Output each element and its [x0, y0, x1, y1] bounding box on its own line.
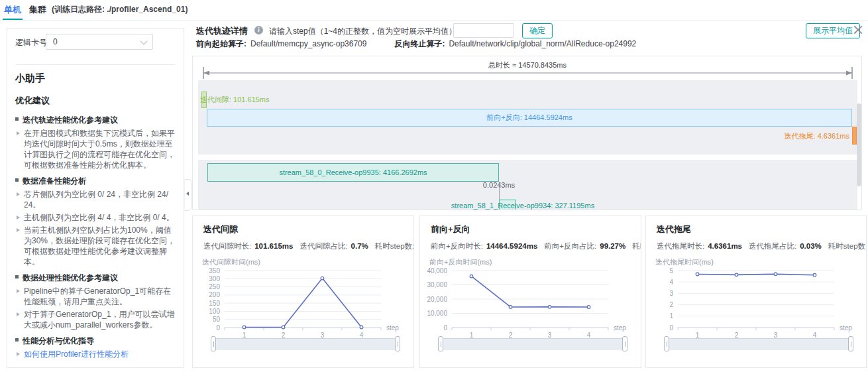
- timeline-scrollbar[interactable]: [857, 57, 861, 209]
- panel-stats: 迭代间隙时长:101.615ms 迭代间隙占比:0.7% 耗时step数:4: [203, 241, 414, 251]
- panel-title: 迭代拖尾: [657, 223, 691, 235]
- section-title-iteration: 迭代轨迹性能优化参考建议: [15, 115, 178, 126]
- section-title-data-process: 数据处理性能优化参考建议: [15, 273, 178, 284]
- iteration-timeline-panel: 总时长 ≈ 14570.8435ms 迭代间隙: 101.615ms 前向+反向…: [192, 56, 862, 210]
- svg-text:0: 0: [669, 324, 673, 332]
- connector-line: [499, 182, 500, 200]
- suggestions-body: 迭代轨迹性能优化参考建议 在开启图模式和数据集下沉模式后，如果平均迭代间隙时间大…: [15, 109, 178, 361]
- suggestion-item: 芯片侧队列为空比例 0/ 24，非空比例 24/ 24。: [15, 189, 178, 210]
- zoom-handle-left[interactable]: [438, 336, 443, 351]
- suggestion-item: Pipeline中的算子GeneratorOp_1可能存在性能瓶颈，请用户重点关…: [15, 286, 178, 307]
- panel-stats: 前向+反向时长:14464.5924ms 前向+反向占比:99.27% 耗时st…: [431, 241, 641, 251]
- divider: [15, 64, 176, 65]
- iteration-gap-panel: 迭代间隙 迭代间隙时长:101.615ms 迭代间隙占比:0.7% 耗时step…: [192, 216, 414, 368]
- logic-card-label: 逻辑卡号: [15, 37, 47, 48]
- svg-text:5: 5: [669, 267, 673, 275]
- collapse-arrow-icon: [186, 192, 189, 196]
- assistant-title: 小助手: [15, 72, 45, 85]
- svg-text:0: 0: [443, 324, 447, 332]
- fp-bp-bar-label: 前向+反向: 14464.5924ms: [486, 113, 572, 121]
- stat-value: 99.27%: [600, 242, 625, 250]
- iteration-gap-bar-label: 迭代间隙: 101.615ms: [200, 95, 270, 105]
- top-tab-bar: 单机 集群 (训练日志路径: ./profiler_Ascend_01): [0, 0, 868, 21]
- stat-label: 迭代拖尾占比:: [749, 242, 796, 250]
- logic-card-value: 0: [53, 34, 58, 49]
- suggestions-title: 优化建议: [15, 95, 50, 107]
- bp-end-operator-value: Default/network/clip/global_norm/AllRedu…: [449, 39, 636, 48]
- close-icon[interactable]: [852, 24, 864, 36]
- stat-value: 101.615ms: [254, 242, 293, 250]
- iteration-band: 迭代间隙: 101.615ms 前向+反向: 14464.5924ms 迭代拖尾…: [198, 80, 857, 155]
- svg-text:50: 50: [213, 316, 221, 323]
- stream-receive-bar-2-label: stream_58_1_Receive-op9934: 327.1195ms: [417, 202, 629, 210]
- section-title-data-prep: 数据准备性能分析: [15, 176, 178, 187]
- step-input[interactable]: [453, 23, 514, 38]
- svg-text:200: 200: [209, 291, 220, 298]
- stat-value: 0.7%: [351, 242, 368, 250]
- svg-text:150: 150: [209, 300, 220, 307]
- stat-label: 迭代间隙时长:: [203, 242, 251, 250]
- sidebar-collapse-handle[interactable]: [184, 179, 191, 211]
- suggestion-item: 如何使用Profiler进行性能分析: [15, 349, 178, 359]
- timeline-scrollbar-thumb[interactable]: [857, 103, 861, 186]
- iteration-tail-bar[interactable]: [852, 127, 857, 145]
- iteration-detail-area: 迭代轨迹详情 请输入step值（1~4的正整数，值为空时展示平均值） 确定 展示…: [192, 21, 868, 372]
- stat-value: 0.03%: [800, 242, 822, 250]
- panel-title: 迭代间隙: [203, 223, 238, 235]
- chevron-down-icon: [140, 37, 147, 44]
- data-zoom-slider[interactable]: [213, 338, 398, 349]
- stream-receive-bar-1-label: stream_58_0_Receive-op9935: 4166.2692ms: [279, 168, 427, 176]
- suggestion-item: 在开启图模式和数据集下沉模式后，如果平均迭代间隙时间大于0.5ms，则数据处理至…: [15, 128, 178, 170]
- fp-bp-chart: 010,00020,00030,00040,0001234step: [421, 265, 633, 340]
- info-icon[interactable]: [254, 26, 263, 34]
- svg-text:350: 350: [209, 267, 220, 275]
- svg-text:step: step: [614, 324, 626, 332]
- svg-text:100: 100: [209, 308, 220, 315]
- total-duration-arrow: 总时长 ≈ 14570.8435ms: [198, 58, 857, 80]
- svg-text:10,000: 10,000: [427, 310, 447, 317]
- svg-text:0: 0: [216, 324, 220, 332]
- operator-info-row: 前向起始算子:Default/memcpy_async-op36709反向终止算…: [196, 38, 636, 50]
- svg-text:40,000: 40,000: [427, 267, 447, 275]
- zoom-handle-left[interactable]: [664, 336, 669, 351]
- zoom-handle-left[interactable]: [211, 336, 216, 351]
- zoom-handle-right[interactable]: [622, 336, 627, 351]
- iteration-gap-chart: 0501001502002503003501234step: [194, 265, 406, 340]
- stat-label: 迭代拖尾时长:: [657, 242, 704, 250]
- stat-value: 4.6361ms: [708, 242, 742, 250]
- stat-label: 迭代间隙占比:: [299, 242, 347, 250]
- svg-text:4: 4: [669, 279, 673, 286]
- profiler-page: 单机 集群 (训练日志路径: ./profiler_Ascend_01) 逻辑卡…: [0, 0, 868, 372]
- stat-label: 耗时step数:: [632, 242, 641, 250]
- svg-text:250: 250: [209, 283, 220, 290]
- total-duration-label: 总时长 ≈ 14570.8435ms: [488, 61, 567, 69]
- svg-text:1: 1: [669, 312, 673, 320]
- stream-receive-bar-1[interactable]: stream_58_0_Receive-op9935: 4166.2692ms: [207, 163, 499, 182]
- tab-cluster[interactable]: 集群: [29, 0, 46, 19]
- data-zoom-slider[interactable]: [666, 338, 851, 349]
- stat-label: 前向+反向占比:: [544, 242, 596, 250]
- svg-text:300: 300: [209, 275, 220, 282]
- zoom-handle-right[interactable]: [848, 336, 853, 351]
- iteration-tail-panel: 迭代拖尾 迭代拖尾时长:4.6361ms 迭代拖尾占比:0.03% 耗时step…: [645, 216, 867, 368]
- fp-bp-panel: 前向+反向 前向+反向时长:14464.5924ms 前向+反向占比:99.27…: [419, 216, 641, 368]
- assistant-sidebar: 逻辑卡号 0 小助手 优化建议 迭代轨迹性能优化参考建议 在开启图模式和数据集下…: [7, 28, 184, 368]
- training-log-path: (训练日志路径: ./profiler_Ascend_01): [52, 0, 188, 19]
- step-input-hint: 请输入step值（1~4的正整数，值为空时展示平均值）: [269, 26, 457, 37]
- logic-card-select[interactable]: 0: [46, 34, 153, 50]
- confirm-button[interactable]: 确定: [522, 23, 553, 38]
- profiler-doc-link[interactable]: 如何使用Profiler进行性能分析: [24, 349, 129, 359]
- stat-value: 14464.5924ms: [486, 242, 537, 250]
- data-zoom-slider[interactable]: [440, 338, 625, 349]
- svg-text:3: 3: [669, 290, 673, 297]
- tab-single-machine[interactable]: 单机: [4, 0, 21, 19]
- stat-label: 耗时step数:: [375, 242, 414, 250]
- suggestion-item: 主机侧队列为空比例 4/ 4，非空比例 0/ 4。: [15, 212, 178, 223]
- fp-bp-bar[interactable]: 前向+反向: 14464.5924ms: [207, 109, 852, 127]
- stat-label: 前向+反向时长:: [431, 242, 483, 250]
- fp-start-operator-value: Default/memcpy_async-op36709: [250, 39, 366, 48]
- svg-text:20,000: 20,000: [427, 296, 447, 303]
- panel-title: 前向+反向: [431, 223, 470, 235]
- zoom-handle-right[interactable]: [395, 336, 400, 351]
- svg-text:step: step: [386, 324, 399, 332]
